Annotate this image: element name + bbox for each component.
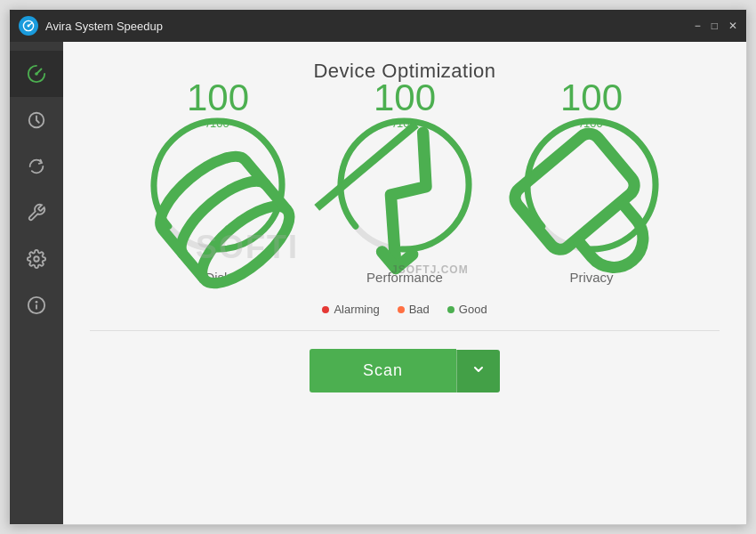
close-button[interactable]: ✕ (728, 20, 737, 31)
app-icon (19, 16, 38, 36)
gauge-performance-value: 100 (374, 79, 436, 117)
sidebar-item-info[interactable] (10, 282, 63, 328)
good-dot (447, 306, 454, 313)
main-window: Avira System Speedup − □ ✕ (9, 9, 747, 525)
alarming-label: Alarming (334, 303, 379, 316)
svg-point-3 (35, 72, 38, 76)
svg-point-5 (34, 256, 39, 262)
lock-icon (516, 135, 667, 291)
alarming-dot (322, 306, 329, 313)
good-label: Good (459, 303, 487, 316)
legend-alarming: Alarming (322, 303, 379, 316)
gauge-privacy-value: 100 (560, 79, 623, 117)
gauge-privacy-circle: 100 /100 (516, 109, 667, 261)
content-inner: Device Optimization 100 /100 (90, 60, 720, 506)
gauge-privacy: 100 /100 Pr (516, 109, 667, 285)
main-layout: Device Optimization 100 /100 (10, 42, 746, 524)
gauge-performance-center: 100 /100 (329, 79, 480, 292)
sidebar-item-settings[interactable] (10, 236, 63, 282)
sidebar-item-optimizer[interactable] (10, 143, 63, 190)
svg-point-2 (28, 25, 30, 28)
sidebar-item-tools[interactable] (10, 190, 63, 236)
scan-row: Scan (310, 349, 500, 392)
gauges-row: 100 /100 (142, 109, 667, 285)
content-area: Device Optimization 100 /100 (63, 42, 746, 524)
maximize-button[interactable]: □ (712, 20, 718, 31)
divider (90, 330, 720, 331)
database-icon (142, 135, 294, 291)
chart-icon (329, 135, 480, 291)
gauge-disk-circle: 100 /100 (142, 109, 294, 261)
titlebar: Avira System Speedup − □ ✕ (10, 10, 746, 42)
gauge-disk-center: 100 /100 (142, 79, 294, 292)
gauge-performance: 100 /100 (329, 109, 480, 285)
window-title: Avira System Speedup (45, 20, 695, 33)
svg-rect-17 (511, 128, 639, 254)
minimize-button[interactable]: − (695, 20, 701, 31)
sidebar-item-history[interactable] (10, 97, 63, 143)
sidebar-item-dashboard[interactable] (10, 51, 63, 97)
gauge-performance-circle: 100 /100 (329, 109, 480, 261)
gauge-disk: 100 /100 (142, 109, 294, 285)
scan-dropdown-button[interactable] (456, 350, 500, 392)
bad-label: Bad (409, 303, 430, 316)
gauge-disk-value: 100 (187, 79, 249, 117)
sidebar (10, 42, 63, 524)
gauge-privacy-center: 100 /100 (516, 79, 667, 292)
legend-good: Good (447, 303, 487, 316)
window-controls: − □ ✕ (695, 20, 737, 31)
scan-button[interactable]: Scan (310, 349, 456, 392)
